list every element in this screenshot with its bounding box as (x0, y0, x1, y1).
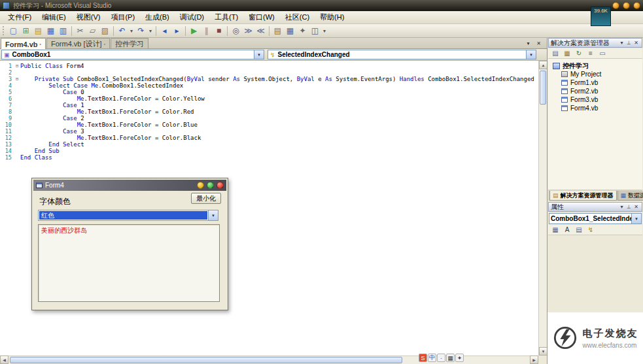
close-document-icon[interactable]: ✕ (534, 39, 543, 48)
menu-item[interactable]: 项目(P) (105, 10, 140, 24)
indent-icon[interactable]: ≫ (242, 25, 254, 37)
paste-icon[interactable]: ▨ (99, 25, 111, 37)
navigate-back-icon[interactable]: ◂ (158, 25, 171, 37)
menu-item[interactable]: 生成(B) (140, 10, 175, 24)
scroll-right-icon[interactable]: ▶ (530, 356, 538, 364)
redo-options-icon[interactable]: ▾ (147, 25, 154, 37)
refresh-icon[interactable]: ↻ (574, 49, 584, 58)
maximize-window-icon[interactable] (623, 2, 630, 9)
code-text: End Select (20, 141, 84, 148)
tree-label: Form3.vb (570, 96, 598, 103)
categorized-icon[interactable]: ▦ (550, 225, 561, 235)
tree-item[interactable]: Form1.vb (548, 78, 642, 87)
menu-item[interactable]: 调试(D) (175, 10, 209, 24)
chevron-down-icon[interactable]: ▼ (631, 214, 641, 223)
find-icon[interactable]: ◎ (230, 25, 242, 37)
tree-item-project[interactable]: 控件学习 (548, 61, 642, 70)
color-combobox[interactable]: 红色 ▼ (38, 210, 218, 221)
form-maximize-icon[interactable] (207, 182, 214, 189)
properties-page-icon[interactable]: ▤ (574, 225, 584, 235)
form-close-icon[interactable] (217, 182, 224, 189)
event-dropdown[interactable]: ↯ SelectedIndexChanged ▼ (268, 50, 536, 59)
pin-icon[interactable]: ⊥ (625, 40, 633, 46)
cut-icon[interactable]: ✂ (74, 25, 86, 37)
fold-marker (14, 122, 20, 128)
tab-form4-vb[interactable]: Form4.vb▪ (1, 38, 46, 49)
copy-icon[interactable]: ▱ (86, 25, 99, 37)
menu-item[interactable]: 视图(V) (71, 10, 106, 24)
tree-item[interactable]: Form3.vb (548, 95, 642, 104)
active-files-icon[interactable]: ▾ (524, 39, 532, 48)
menu-item[interactable]: 文件(F) (3, 10, 37, 24)
chevron-down-icon[interactable]: ▼ (526, 50, 536, 59)
vertical-scroll-thumb[interactable] (540, 71, 546, 105)
form-title-bar[interactable]: Form4 (33, 180, 226, 191)
object-dropdown[interactable]: ▣ ComboBox1 ▼ (1, 50, 264, 59)
pin-icon[interactable]: ⊥ (625, 204, 633, 210)
speed-monitor-badge[interactable]: 39.6K (591, 7, 611, 26)
tree-item[interactable]: Form4.vb (548, 104, 642, 112)
menu-item[interactable]: 编辑(E) (37, 10, 71, 24)
ime-keyboard-icon[interactable]: ▦ (446, 354, 455, 362)
scroll-left-icon[interactable]: ◀ (0, 356, 9, 364)
ime-tools-icon[interactable]: ✦ (455, 354, 464, 362)
minimize-window-icon[interactable] (612, 2, 619, 9)
form-minimize-icon[interactable] (197, 182, 204, 189)
tab-form4-vb-design[interactable]: Form4.vb [设计]▪ (46, 38, 110, 48)
toolbar-options-icon[interactable]: ▾ (321, 25, 328, 37)
horizontal-scroll-thumb[interactable] (10, 357, 402, 363)
code-line: 1⊟Public Class Form4 (0, 63, 538, 69)
tab-data-sources[interactable]: ▦数据源 (617, 191, 643, 201)
add-item-icon[interactable]: ⊞ (20, 25, 32, 37)
object-browser-icon[interactable]: ◫ (309, 25, 321, 37)
menu-item[interactable]: 社区(C) (280, 10, 315, 24)
undo-icon[interactable]: ↶ (116, 25, 128, 37)
start-debug-icon[interactable]: ▶ (188, 25, 200, 37)
close-window-icon[interactable] (633, 2, 640, 9)
window-menu-icon[interactable]: ▾ (618, 40, 625, 46)
close-icon[interactable]: ✕ (633, 40, 640, 46)
break-all-icon[interactable]: ∥ (200, 25, 213, 37)
chevron-down-icon[interactable]: ▼ (254, 50, 264, 59)
open-file-icon[interactable]: ▤ (32, 25, 44, 37)
chevron-down-icon[interactable]: ▼ (208, 210, 218, 220)
menu-item[interactable]: 窗口(W) (243, 10, 280, 24)
tree-item[interactable]: Form2.vb (548, 87, 642, 95)
minimize-button[interactable]: 最小化 (191, 193, 221, 204)
form-textbox[interactable]: 美丽的西沙群岛 (38, 224, 220, 302)
save-all-icon[interactable]: ▥ (57, 25, 69, 37)
alphabetical-icon[interactable]: A (562, 225, 572, 235)
solution-explorer-icon[interactable]: ▤ (271, 25, 284, 37)
close-icon[interactable]: ✕ (633, 204, 640, 210)
ime-brand-icon[interactable]: S (419, 354, 427, 362)
stop-debug-icon[interactable]: ■ (213, 25, 225, 37)
line-number: 7 (0, 102, 14, 108)
toolbox-icon[interactable]: ✦ (296, 25, 309, 37)
properties-object-dropdown[interactable]: ComboBox1_SelectedIndexChan ▼ (549, 213, 642, 224)
window-menu-icon[interactable]: ▾ (618, 204, 625, 210)
outdent-icon[interactable]: ≪ (254, 25, 267, 37)
properties-icon[interactable]: ▤ (550, 49, 561, 58)
events-icon[interactable]: ↯ (585, 225, 596, 235)
form-client-area: 字体颜色 最小化 红色 ▼ 美丽的西沙群岛 (33, 191, 226, 306)
new-project-icon[interactable]: ▢ (7, 25, 20, 37)
tab-kongjian-xuexi[interactable]: 控件学习 (111, 38, 148, 48)
vertical-scrollbar[interactable]: ▲ ▼ (538, 61, 547, 356)
ime-mode-icon[interactable]: 中 (428, 354, 436, 362)
save-icon[interactable]: ▦ (44, 25, 57, 37)
menu-item[interactable]: 工具(T) (209, 10, 243, 24)
properties-grid[interactable] (548, 235, 642, 312)
toolbar-grip[interactable] (3, 26, 5, 35)
view-code-icon[interactable]: ≡ (585, 49, 596, 58)
object-dropdown-value: ComboBox1 (11, 51, 254, 58)
undo-options-icon[interactable]: ▾ (128, 25, 135, 37)
tab-solution-explorer[interactable]: ▤解决方案资源管理器 (549, 191, 617, 201)
view-designer-icon[interactable]: ▭ (597, 49, 608, 58)
show-all-files-icon[interactable]: ▦ (562, 49, 572, 58)
ime-punct-icon[interactable]: · (437, 354, 445, 362)
properties-window-icon[interactable]: ▦ (284, 25, 296, 37)
menu-item[interactable]: 帮助(H) (315, 10, 349, 24)
redo-icon[interactable]: ↷ (135, 25, 147, 37)
navigate-forward-icon[interactable]: ▸ (171, 25, 183, 37)
tree-item[interactable]: My Project (548, 70, 642, 78)
